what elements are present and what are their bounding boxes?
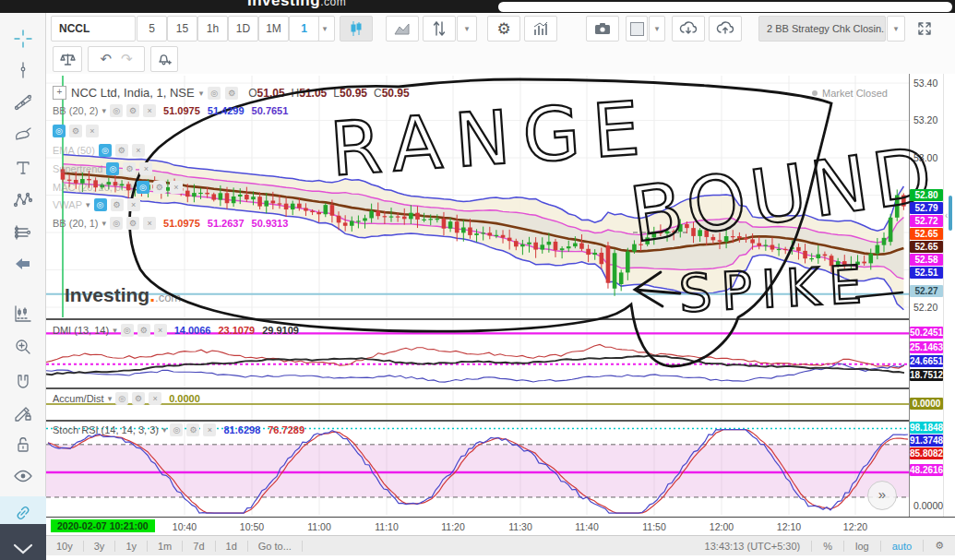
alert-button[interactable] [150,46,178,72]
trendline-tool[interactable] [0,55,46,85]
visibility-toggle-button[interactable]: ◎ [94,198,107,211]
forecast-tool[interactable] [0,218,46,247]
chart-settings-button[interactable]: ⚙ [487,16,520,42]
pane-separator[interactable] [46,420,909,422]
indicators-button[interactable] [524,16,557,42]
undo-button[interactable]: ↶ [100,51,112,67]
visibility-toggle-button[interactable]: ◎ [208,87,221,100]
range-3y-button[interactable]: 3y [84,541,116,552]
range-1m-button[interactable]: 1m [148,541,183,552]
pane-separator[interactable] [46,318,909,320]
save-layout-button[interactable] [709,16,742,42]
chevron-down-icon[interactable]: ▾ [86,200,90,209]
gann-fib-tool[interactable] [0,87,46,116]
layout-dropdown-button[interactable]: ▾ [649,16,665,42]
timeframe-5-button[interactable]: 5 [137,16,167,42]
timeframe-1h-button[interactable]: 1h [197,16,228,42]
remove-button[interactable]: × [86,125,99,137]
redo-button[interactable]: ↷ [121,51,133,67]
range-10y-button[interactable]: 10y [46,541,84,552]
settings-button[interactable]: ⚙ [137,324,150,337]
settings-button[interactable]: ⚙ [126,217,139,230]
remove-button[interactable]: × [139,162,152,175]
measure-tool[interactable] [0,299,46,328]
axis-settings-button[interactable]: ⚙ [923,540,955,552]
timeframe-15-button[interactable]: 15 [167,16,197,42]
visibility-toggle-button[interactable]: ◎ [137,181,149,194]
lock-all-drawings-tool[interactable] [0,430,46,459]
remove-button[interactable]: × [127,198,140,211]
range-7d-button[interactable]: 7d [183,541,215,552]
template-dropdown-button[interactable]: ▾ [887,16,905,42]
compare-button[interactable] [423,16,456,42]
percent-scale-button[interactable]: % [811,541,843,552]
hide-drawings-tool[interactable] [0,461,46,491]
log-scale-button[interactable]: log [843,541,880,552]
collapse-sidebar-button[interactable] [0,524,46,560]
pane-separator[interactable] [46,387,909,389]
chevron-down-icon[interactable]: ▾ [102,219,107,228]
chevron-down-icon[interactable]: ▾ [102,106,107,115]
settings-button[interactable]: ⚙ [126,104,139,117]
symbol-input[interactable]: NCCL [51,16,136,42]
settings-button[interactable]: ⚙ [132,392,145,405]
snapshot-button[interactable] [586,16,619,42]
remove-button[interactable]: × [154,324,167,337]
load-layout-button[interactable] [672,16,705,42]
pattern-tool[interactable] [0,185,46,215]
stay-in-drawing-mode-tool[interactable] [0,399,46,428]
show-more-button[interactable]: » [867,481,897,510]
compare-dropdown-button[interactable]: ▾ [457,16,477,42]
remove-button[interactable]: × [170,181,183,194]
time-axis[interactable]: 2020-02-07 10:21:00 10:4010:5011:0011:10… [46,517,955,535]
remove-button[interactable]: × [132,144,145,157]
axis-scrollbar[interactable] [949,196,952,231]
settings-button[interactable]: ⚙ [186,423,199,436]
fullscreen-button[interactable] [912,16,937,42]
arrow-marks-tool[interactable] [0,249,46,279]
range-1y-button[interactable]: 1y [115,541,148,552]
magnet-tool[interactable] [0,367,46,397]
collapse-legend-icon[interactable]: + [53,86,66,100]
text-tool[interactable] [0,153,46,183]
settings-button[interactable]: ⚙ [69,125,82,137]
timeframe-1M-button[interactable]: 1M [258,16,289,42]
visibility-toggle-button[interactable]: ◎ [110,104,123,117]
auto-scale-button[interactable]: auto [880,541,923,552]
remove-button[interactable]: × [143,104,156,117]
settings-button[interactable]: ⚙ [123,162,136,175]
visibility-toggle-button[interactable]: ◎ [121,324,134,337]
visibility-toggle-button[interactable]: ◎ [115,392,128,405]
settings-button[interactable]: ⚙ [111,198,124,211]
brush-tool[interactable] [0,120,46,149]
indicator-value: 51.0975 [163,218,200,229]
object-tree-button[interactable] [53,46,82,72]
chevron-down-icon[interactable]: ▾ [162,425,167,435]
visibility-toggle-button[interactable]: ◎ [110,217,123,230]
candlestick-style-button[interactable] [340,16,373,42]
settings-button[interactable]: ⚙ [225,87,238,100]
visibility-toggle-button[interactable]: ◎ [99,144,112,157]
site-search-input[interactable] [498,2,952,12]
remove-button[interactable]: × [203,423,216,436]
settings-button[interactable]: ⚙ [153,181,166,194]
visibility-toggle-button[interactable]: ◎ [106,162,119,175]
range-Goto-button[interactable]: Go to... [248,541,303,552]
area-style-button[interactable] [386,16,419,42]
visibility-toggle-button[interactable]: ◎ [53,125,66,137]
timeframe-1-button[interactable]: 1 [289,16,319,42]
camera-icon [594,22,611,35]
chevron-down-icon[interactable]: ▾ [108,394,113,403]
chevron-down-icon[interactable]: ▾ [113,326,117,335]
remove-button[interactable]: × [143,217,156,230]
layout-button[interactable] [626,16,648,42]
template-select[interactable]: 2 BB Strategy Chk Closin... [758,16,886,42]
zoom-in-tool[interactable] [0,332,46,362]
crosshair-tool[interactable] [0,24,46,54]
settings-button[interactable]: ⚙ [115,144,128,157]
range-1d-button[interactable]: 1d [216,541,248,552]
chevron-down-icon[interactable]: ▾ [199,89,204,98]
remove-button[interactable]: × [149,392,161,405]
timeframe-1D-button[interactable]: 1D [228,16,258,42]
visibility-toggle-button[interactable]: ◎ [170,423,183,436]
